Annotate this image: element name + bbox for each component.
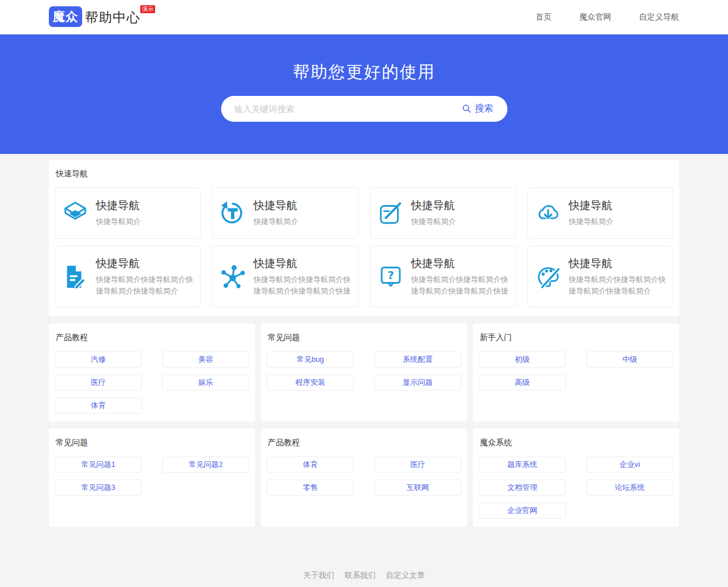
card-title: 快捷导航: [411, 256, 509, 271]
search-icon: [462, 104, 472, 114]
footer-link-about[interactable]: 关于我们: [303, 570, 334, 581]
top-nav: 首页 魔众官网 自定义导航: [536, 12, 679, 22]
category-panel-faq: 常见问题 常见bug 系统配置 程序安装 显示问题: [261, 323, 467, 422]
category-panel-mozhong-systems: 魔众系统 题库系统 企业vi 文档管理 论坛系统 企业官网: [473, 428, 679, 527]
card-title: 快捷导航: [253, 198, 298, 213]
nav-link-official-site[interactable]: 魔众官网: [579, 12, 611, 22]
card-desc: 快捷导航简介: [411, 216, 456, 227]
footer-link-contact[interactable]: 联系我们: [345, 570, 376, 581]
section-title-quick-nav: 快速导航: [55, 168, 673, 179]
category-link[interactable]: 程序安装: [267, 374, 354, 391]
footer-link-custom-article[interactable]: 自定义文章: [386, 570, 425, 581]
nav-link-home[interactable]: 首页: [536, 12, 552, 22]
card-title: 快捷导航: [96, 256, 193, 271]
category-link[interactable]: 体育: [55, 397, 142, 414]
category-panel-faq-2: 常见问题 常见问题1 常见问题2 常见问题3: [49, 428, 255, 527]
category-panel-getting-started: 新手入门 初级 中级 高级: [473, 323, 679, 422]
category-link[interactable]: 显示问题: [374, 374, 461, 391]
quick-nav-card[interactable]: 快捷导航 快捷导航简介快捷导航简介快捷导航简介快捷导航简介: [55, 246, 201, 307]
svg-text:?: ?: [387, 269, 394, 282]
category-row-1: 产品教程 汽修 美容 医疗 娱乐 体育 常见问题 常见bug 系统配置 程序安装…: [49, 323, 679, 422]
quick-nav-card[interactable]: 快捷导航 快捷导航简介: [212, 187, 358, 239]
logo[interactable]: 魔众 帮助中心 演示: [49, 6, 155, 28]
layers-icon: [62, 200, 88, 226]
logo-mark: 魔众: [49, 6, 82, 27]
panel-title: 常见问题: [267, 331, 461, 343]
question-bubble-icon: ?: [378, 264, 404, 290]
quick-nav-card[interactable]: ? 快捷导航 快捷导航简介快捷导航简介快捷导航简介快捷导航简介快捷: [370, 246, 516, 307]
main-content: 快速导航 快捷导航 快捷导航简介: [49, 160, 679, 527]
quick-nav-card[interactable]: 快捷导航 快捷导航简介: [55, 187, 201, 239]
card-desc: 快捷导航简介快捷导航简介快捷导航简介快捷导航简介快捷: [411, 274, 509, 297]
category-link[interactable]: 文档管理: [479, 480, 566, 496]
search-button-label: 搜索: [475, 103, 494, 115]
category-link[interactable]: 企业官网: [479, 503, 566, 519]
category-link[interactable]: 互联网: [374, 480, 461, 496]
category-link[interactable]: 企业vi: [586, 457, 673, 473]
category-link[interactable]: 常见问题3: [55, 480, 142, 496]
footer-links: 关于我们 联系我们 自定义文章: [0, 570, 728, 581]
hero-title: 帮助您更好的使用: [0, 34, 728, 84]
panel-title: 产品教程: [267, 437, 461, 448]
search-bar: 搜索: [221, 96, 507, 122]
panel-title: 常见问题: [55, 437, 249, 448]
refresh-icon: [219, 200, 246, 226]
panel-title: 新手入门: [479, 331, 673, 343]
document-edit-icon: [62, 264, 88, 290]
cloud-download-icon: [535, 200, 561, 226]
category-link[interactable]: 中级: [586, 352, 673, 368]
quick-nav-panel: 快速导航 快捷导航 快捷导航简介: [49, 160, 679, 316]
quick-nav-grid: 快捷导航 快捷导航简介 快捷导航 快捷导航简介: [55, 187, 673, 307]
category-link[interactable]: 系统配置: [374, 352, 461, 368]
category-link[interactable]: 体育: [267, 457, 354, 473]
category-link[interactable]: 医疗: [374, 457, 461, 473]
card-desc: 快捷导航简介: [569, 216, 614, 227]
category-row-2: 常见问题 常见问题1 常见问题2 常见问题3 产品教程 体育 医疗 零售 互联网…: [49, 428, 679, 527]
quick-nav-card[interactable]: 快捷导航 快捷导航简介: [370, 187, 516, 239]
share-nodes-icon: [219, 264, 246, 290]
logo-text: 帮助中心: [85, 6, 140, 28]
category-link[interactable]: 娱乐: [162, 374, 249, 391]
palette-icon: [535, 264, 561, 290]
card-title: 快捷导航: [569, 256, 666, 271]
card-desc: 快捷导航简介: [96, 216, 141, 227]
card-title: 快捷导航: [411, 198, 456, 213]
search-button[interactable]: 搜索: [455, 96, 507, 122]
demo-badge: 演示: [140, 5, 155, 13]
panel-title: 魔众系统: [479, 437, 673, 448]
nav-link-custom[interactable]: 自定义导航: [639, 12, 679, 22]
card-title: 快捷导航: [569, 198, 614, 213]
card-desc: 快捷导航简介快捷导航简介快捷导航简介快捷导航简介: [96, 274, 193, 297]
category-link[interactable]: 常见bug: [267, 352, 354, 368]
category-link[interactable]: 零售: [267, 480, 354, 496]
compose-icon: [378, 200, 404, 226]
category-link[interactable]: 论坛系统: [586, 480, 673, 496]
category-link[interactable]: 题库系统: [479, 457, 566, 473]
card-desc: 快捷导航简介快捷导航简介快捷导航简介快捷导航简介: [569, 274, 666, 297]
quick-nav-card[interactable]: 快捷导航 快捷导航简介: [527, 187, 673, 239]
quick-nav-card[interactable]: 快捷导航 快捷导航简介快捷导航简介快捷导航简介快捷导航简介: [527, 246, 673, 307]
card-title: 快捷导航: [96, 198, 141, 213]
category-link[interactable]: 医疗: [55, 374, 142, 391]
footer: 关于我们 联系我们 自定义文章 陕ICP备20000530号-1 ©help.d…: [0, 527, 728, 587]
category-link[interactable]: 初级: [479, 352, 566, 368]
category-link[interactable]: 常见问题1: [55, 457, 142, 473]
card-title: 快捷导航: [253, 256, 350, 271]
category-link[interactable]: 高级: [479, 374, 566, 391]
category-panel-product-tutorials: 产品教程 汽修 美容 医疗 娱乐 体育: [49, 323, 255, 422]
card-desc: 快捷导航简介快捷导航简介快捷导航简介快捷导航简介快捷: [253, 274, 350, 297]
quick-nav-card[interactable]: 快捷导航 快捷导航简介快捷导航简介快捷导航简介快捷导航简介快捷: [212, 246, 358, 307]
category-link[interactable]: 美容: [162, 352, 249, 368]
category-link[interactable]: 汽修: [55, 352, 142, 368]
card-desc: 快捷导航简介: [253, 216, 298, 227]
panel-title: 产品教程: [55, 331, 249, 343]
hero-banner: 帮助您更好的使用 搜索: [0, 34, 728, 154]
category-panel-product-tutorials-2: 产品教程 体育 医疗 零售 互联网: [261, 428, 467, 527]
search-input[interactable]: [221, 96, 455, 122]
navbar: 魔众 帮助中心 演示 首页 魔众官网 自定义导航: [0, 0, 728, 34]
category-link[interactable]: 常见问题2: [162, 457, 249, 473]
